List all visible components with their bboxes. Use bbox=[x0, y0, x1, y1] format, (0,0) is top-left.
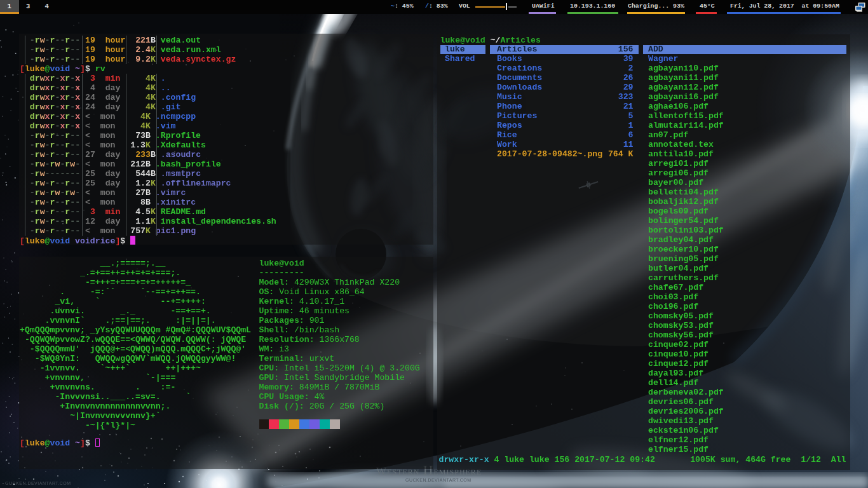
svg-text:GUCKEN.DEVIANTART.COM: GUCKEN.DEVIANTART.COM bbox=[5, 481, 71, 485]
svg-text:GUCKEN.DEVIANTART.COM: GUCKEN.DEVIANTART.COM bbox=[405, 478, 471, 482]
